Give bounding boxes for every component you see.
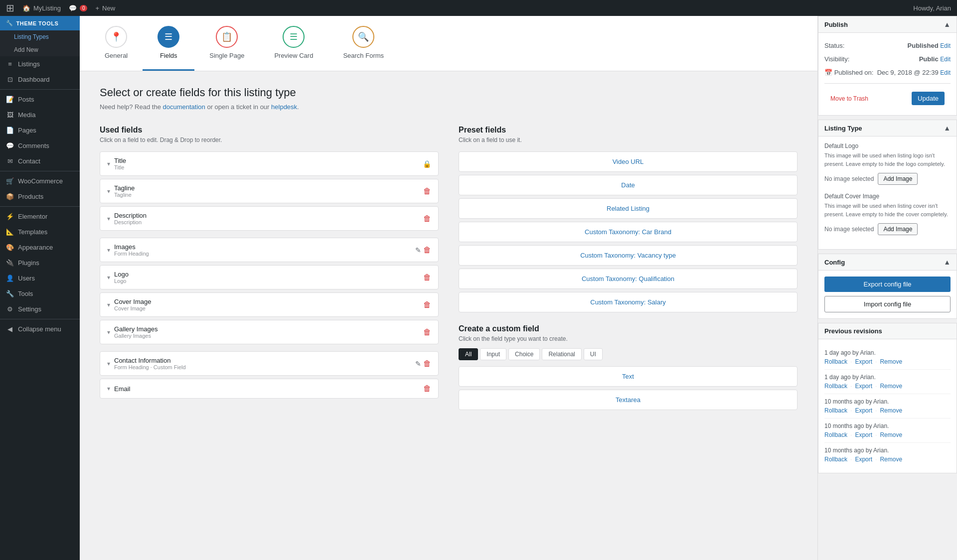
revision-rollback-3[interactable]: Rollback [824, 407, 847, 414]
sidebar-item-woocommerce[interactable]: 🛒 WooCommerce [0, 173, 80, 189]
sidebar-item-tools[interactable]: 🔧 Tools [0, 286, 80, 301]
tab-general[interactable]: 📍 General [90, 16, 143, 71]
update-button[interactable]: Update [912, 92, 945, 105]
revision-remove-4[interactable]: Remove [880, 431, 902, 438]
preset-qualification[interactable]: Custom Taxonomy: Qualification [459, 269, 798, 289]
preset-video-url[interactable]: Video URL [459, 151, 798, 172]
preset-car-brand[interactable]: Custom Taxonomy: Car Brand [459, 222, 798, 242]
config-toggle-icon[interactable]: ▲ [944, 258, 951, 266]
filter-tab-input[interactable]: Input [480, 348, 506, 360]
edit-icon[interactable]: ✎ [415, 360, 421, 368]
sidebar-item-users[interactable]: 👤 Users [0, 271, 80, 286]
delete-icon[interactable]: 🗑 [423, 273, 431, 282]
chevron-down-icon: ▾ [107, 247, 110, 254]
preset-salary[interactable]: Custom Taxonomy: Salary [459, 292, 798, 312]
revision-export-2[interactable]: Export [855, 383, 872, 390]
field-email[interactable]: ▾ Email 🗑 [100, 379, 439, 399]
listing-type-toggle-icon[interactable]: ▲ [944, 124, 951, 132]
contact-icon: ✉ [6, 157, 14, 165]
add-cover-button[interactable]: Add Image [878, 223, 918, 235]
adminbar-site-link[interactable]: 🏠 MyListing [22, 4, 61, 12]
custom-field-desc: Click on the field type you want to crea… [459, 335, 798, 342]
sidebar-item-listing-types[interactable]: Listing Types [0, 30, 80, 43]
revision-export-5[interactable]: Export [855, 456, 872, 463]
preset-date[interactable]: Date [459, 175, 798, 195]
adminbar-comments-link[interactable]: 💬 0 [69, 4, 88, 12]
sidebar-item-pages[interactable]: 📄 Pages [0, 123, 80, 138]
custom-field-textarea[interactable]: Textarea [459, 390, 798, 410]
field-images[interactable]: ▾ Images Form Heading ✎ 🗑 [100, 238, 439, 262]
add-logo-button[interactable]: Add Image [878, 173, 918, 185]
revision-remove-2[interactable]: Remove [880, 383, 902, 390]
custom-field-text[interactable]: Text [459, 366, 798, 387]
filter-tab-relational[interactable]: Relational [542, 348, 581, 360]
status-edit-link[interactable]: Edit [940, 42, 951, 49]
filter-tab-choice[interactable]: Choice [508, 348, 540, 360]
config-box-content: Export config file Import config file [818, 271, 957, 318]
theme-tools-header[interactable]: 🔧 Theme Tools [0, 16, 80, 30]
revision-rollback-5[interactable]: Rollback [824, 456, 847, 463]
sidebar-item-posts[interactable]: 📝 Posts [0, 92, 80, 107]
helpdesk-link[interactable]: helpdesk [271, 103, 297, 111]
revision-remove-1[interactable]: Remove [880, 358, 902, 365]
sidebar-item-templates[interactable]: 📐 Templates [0, 224, 80, 240]
sidebar-item-comments[interactable]: 💬 Comments [0, 138, 80, 153]
config-box: Config ▲ Export config file Import confi… [818, 254, 957, 319]
sidebar-item-plugins[interactable]: 🔌 Plugins [0, 255, 80, 271]
field-cover-image[interactable]: ▾ Cover Image Cover Image 🗑 [100, 292, 439, 317]
move-to-trash-link[interactable]: Move to Trash [830, 95, 868, 102]
tab-preview-card[interactable]: ☰ Preview Card [259, 16, 328, 71]
revision-export-1[interactable]: Export [855, 358, 872, 365]
revision-remove-5[interactable]: Remove [880, 456, 902, 463]
publish-toggle-icon[interactable]: ▲ [944, 20, 951, 28]
doc-link[interactable]: documentation [163, 103, 205, 111]
sidebar-item-media[interactable]: 🖼 Media [0, 107, 80, 123]
field-gallery-images[interactable]: ▾ Gallery Images Gallery Images 🗑 [100, 320, 439, 344]
sidebar-item-settings[interactable]: ⚙ Settings [0, 301, 80, 317]
sidebar-item-listings[interactable]: ≡ Listings [0, 56, 80, 72]
tab-fields[interactable]: ☰ Fields [143, 16, 194, 71]
revision-rollback-1[interactable]: Rollback [824, 358, 847, 365]
filter-tab-all[interactable]: All [459, 348, 478, 360]
sidebar-item-add-new[interactable]: Add New [0, 43, 80, 56]
delete-icon[interactable]: 🗑 [423, 187, 431, 196]
preset-related-listing[interactable]: Related Listing [459, 198, 798, 219]
delete-icon[interactable]: 🗑 [423, 214, 431, 223]
delete-icon[interactable]: 🗑 [423, 300, 431, 309]
field-description[interactable]: ▾ Description Description 🗑 [100, 206, 439, 231]
sidebar-item-contact[interactable]: ✉ Contact [0, 153, 80, 169]
visibility-edit-link[interactable]: Edit [940, 56, 951, 63]
wp-logo-icon[interactable]: ⊞ [6, 2, 14, 14]
custom-field-title: Create a custom field [459, 324, 798, 333]
export-config-button[interactable]: Export config file [824, 277, 951, 292]
revision-remove-3[interactable]: Remove [880, 407, 902, 414]
revision-rollback-2[interactable]: Rollback [824, 383, 847, 390]
revision-rollback-4[interactable]: Rollback [824, 431, 847, 438]
adminbar-new-link[interactable]: + New [95, 4, 115, 12]
sidebar-item-elementor[interactable]: ⚡ Elementor [0, 209, 80, 224]
sidebar-item-dashboard[interactable]: ⊡ Dashboard [0, 72, 80, 87]
tab-single-page[interactable]: 📋 Single Page [194, 16, 259, 71]
delete-icon[interactable]: 🗑 [423, 246, 431, 255]
date-edit-link[interactable]: Edit [940, 69, 951, 76]
users-icon: 👤 [6, 275, 14, 282]
sidebar-item-appearance[interactable]: 🎨 Appearance [0, 240, 80, 255]
tab-search-forms[interactable]: 🔍 Search Forms [328, 16, 399, 71]
revision-export-3[interactable]: Export [855, 407, 872, 414]
delete-icon[interactable]: 🗑 [423, 359, 431, 368]
field-title[interactable]: ▾ Title Title 🔒 [100, 151, 439, 176]
field-logo[interactable]: ▾ Logo Logo 🗑 [100, 265, 439, 289]
sidebar-collapse-menu[interactable]: ◀ Collapse menu [0, 321, 80, 337]
delete-icon[interactable]: 🗑 [423, 328, 431, 337]
delete-icon[interactable]: 🗑 [423, 384, 431, 393]
fields-content: Select or create fields for this listing… [80, 71, 817, 428]
edit-icon[interactable]: ✎ [415, 246, 421, 254]
sidebar-item-products[interactable]: 📦 Products [0, 189, 80, 204]
revision-export-4[interactable]: Export [855, 431, 872, 438]
import-config-button[interactable]: Import config file [824, 296, 951, 312]
preset-vacancy-type[interactable]: Custom Taxonomy: Vacancy type [459, 245, 798, 266]
field-contact-information[interactable]: ▾ Contact Information Form Heading · Cus… [100, 351, 439, 376]
revision-item-5: 10 months ago by Arian. Rollback · Expor… [824, 443, 951, 467]
field-tagline[interactable]: ▾ Tagline Tagline 🗑 [100, 179, 439, 203]
filter-tab-ui[interactable]: UI [584, 348, 603, 360]
